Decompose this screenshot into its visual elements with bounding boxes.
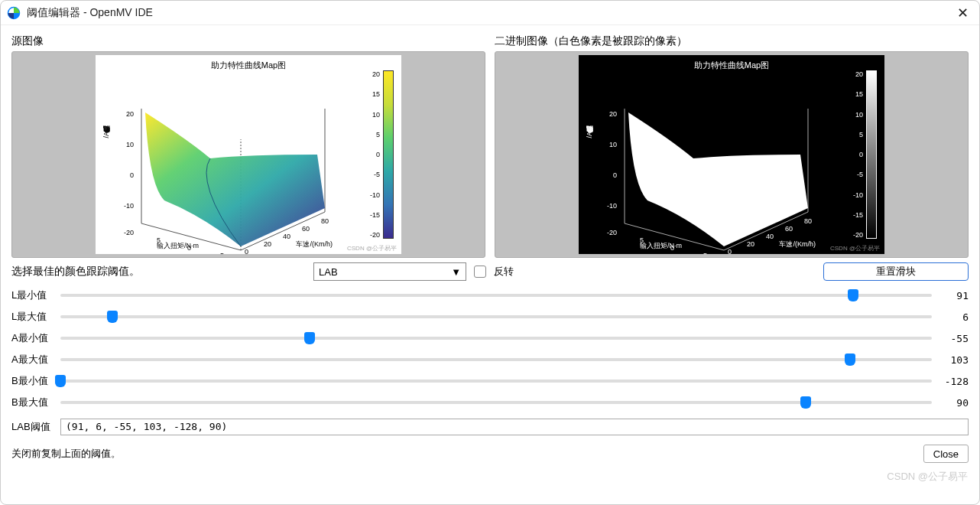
plot-credit: CSDN @公子易平 bbox=[347, 244, 397, 252]
binary-image-label: 二进制图像（白色像素是被跟踪的像素） bbox=[495, 34, 969, 48]
l-min-label: L最小值 bbox=[11, 288, 54, 302]
b-max-label: B最大值 bbox=[11, 396, 54, 409]
xlabel-bw: 车速/(Km/h) bbox=[779, 239, 816, 249]
a-min-thumb[interactable] bbox=[304, 332, 315, 344]
colorspace-select[interactable]: LAB ▼ bbox=[313, 262, 466, 281]
b-min-slider[interactable] bbox=[60, 380, 932, 383]
a-min-value: -55 bbox=[938, 333, 969, 344]
a-max-thumb[interactable] bbox=[845, 354, 855, 366]
reset-sliders-button[interactable]: 重置滑块 bbox=[823, 262, 969, 281]
svg-text:20: 20 bbox=[609, 110, 617, 118]
titlebar: 阈值编辑器 - OpenMV IDE ✕ bbox=[1, 1, 979, 25]
b-min-value: -128 bbox=[938, 376, 969, 387]
svg-text:-20: -20 bbox=[607, 229, 617, 236]
close-button[interactable]: Close bbox=[923, 445, 969, 463]
svg-text:10: 10 bbox=[126, 141, 134, 148]
zlabel-bw: 电动机助力电流/A bbox=[585, 132, 595, 138]
colorbar-bw bbox=[866, 70, 877, 239]
a-max-value: 103 bbox=[938, 354, 969, 366]
svg-text:60: 60 bbox=[785, 225, 793, 233]
svg-text:60: 60 bbox=[302, 225, 310, 233]
ylabel-bw: 输入扭矩/N·m bbox=[640, 241, 682, 251]
b-max-thumb[interactable] bbox=[800, 396, 811, 409]
svg-text:-10: -10 bbox=[607, 202, 617, 210]
svg-text:0: 0 bbox=[130, 171, 134, 179]
svg-text:20: 20 bbox=[264, 240, 271, 248]
output-label: LAB阈值 bbox=[11, 420, 54, 434]
plot-credit-bw: CSDN @公子易平 bbox=[830, 244, 880, 252]
window-title: 阈值编辑器 - OpenMV IDE bbox=[27, 6, 952, 20]
surface-plot: 20 10 0 -10 -20 5 0 -5 0 20 40 bbox=[111, 78, 340, 254]
svg-text:40: 40 bbox=[766, 233, 774, 240]
plot-title: 助力特性曲线Map图 bbox=[96, 60, 401, 71]
svg-text:40: 40 bbox=[283, 233, 290, 240]
zlabel: 电动机助力电流/A bbox=[102, 132, 112, 138]
window-close-icon[interactable]: ✕ bbox=[952, 5, 973, 21]
l-min-value: 91 bbox=[938, 290, 969, 301]
source-image-label: 源图像 bbox=[11, 34, 485, 48]
svg-text:-20: -20 bbox=[124, 229, 134, 236]
source-image: 助力特性曲线Map图 bbox=[96, 55, 401, 254]
svg-text:80: 80 bbox=[804, 217, 812, 225]
svg-text:10: 10 bbox=[609, 141, 617, 148]
copy-hint: 关闭前复制上面的阈值。 bbox=[11, 447, 121, 461]
colorbar bbox=[383, 70, 394, 239]
ylabel: 输入扭矩/N·m bbox=[157, 241, 199, 251]
invert-checkbox[interactable] bbox=[474, 266, 486, 278]
hint-text: 选择最佳的颜色跟踪阈值。 bbox=[11, 265, 306, 279]
b-min-label: B最小值 bbox=[11, 374, 54, 388]
l-min-slider[interactable] bbox=[60, 294, 932, 297]
output-value[interactable]: (91, 6, -55, 103, -128, 90) bbox=[60, 419, 969, 435]
b-max-value: 90 bbox=[938, 397, 969, 409]
b-max-slider[interactable] bbox=[60, 401, 932, 404]
a-min-label: A最小值 bbox=[11, 331, 54, 345]
colorbar-ticks: 20151050-5-10-15-20 bbox=[363, 70, 380, 239]
b-min-thumb[interactable] bbox=[55, 375, 66, 387]
plot-title-bw: 助力特性曲线Map图 bbox=[579, 60, 884, 71]
svg-text:0: 0 bbox=[728, 248, 732, 254]
surface-plot-bw: 20 10 0 -10 -20 5 0 -5 0 20 40 60 bbox=[594, 78, 823, 254]
app-icon bbox=[7, 6, 21, 20]
a-max-label: A最大值 bbox=[11, 353, 54, 367]
a-min-slider[interactable] bbox=[60, 337, 932, 340]
svg-text:0: 0 bbox=[613, 171, 617, 179]
invert-label: 反转 bbox=[494, 265, 514, 279]
l-max-thumb[interactable] bbox=[107, 311, 118, 323]
svg-text:20: 20 bbox=[747, 240, 754, 248]
xlabel: 车速/(Km/h) bbox=[296, 239, 333, 249]
binary-image: 助力特性曲线Map图 20 10 0 -10 -20 5 bbox=[579, 55, 884, 254]
l-max-value: 6 bbox=[938, 311, 969, 323]
l-min-thumb[interactable] bbox=[848, 289, 858, 301]
svg-text:80: 80 bbox=[321, 217, 329, 225]
l-max-label: L最大值 bbox=[11, 310, 54, 324]
svg-text:-10: -10 bbox=[124, 202, 134, 210]
chevron-down-icon: ▼ bbox=[451, 266, 461, 278]
a-max-slider[interactable] bbox=[60, 358, 932, 361]
binary-image-frame: 助力特性曲线Map图 20 10 0 -10 -20 5 bbox=[495, 51, 969, 258]
svg-text:20: 20 bbox=[126, 110, 134, 118]
colorbar-ticks-bw: 20151050-5-10-15-20 bbox=[846, 70, 863, 239]
colorspace-value: LAB bbox=[319, 266, 338, 278]
l-max-slider[interactable] bbox=[60, 315, 932, 318]
svg-text:-5: -5 bbox=[701, 252, 707, 254]
svg-text:-5: -5 bbox=[218, 252, 224, 254]
svg-text:0: 0 bbox=[245, 248, 248, 254]
source-image-frame: 助力特性曲线Map图 bbox=[11, 51, 485, 258]
